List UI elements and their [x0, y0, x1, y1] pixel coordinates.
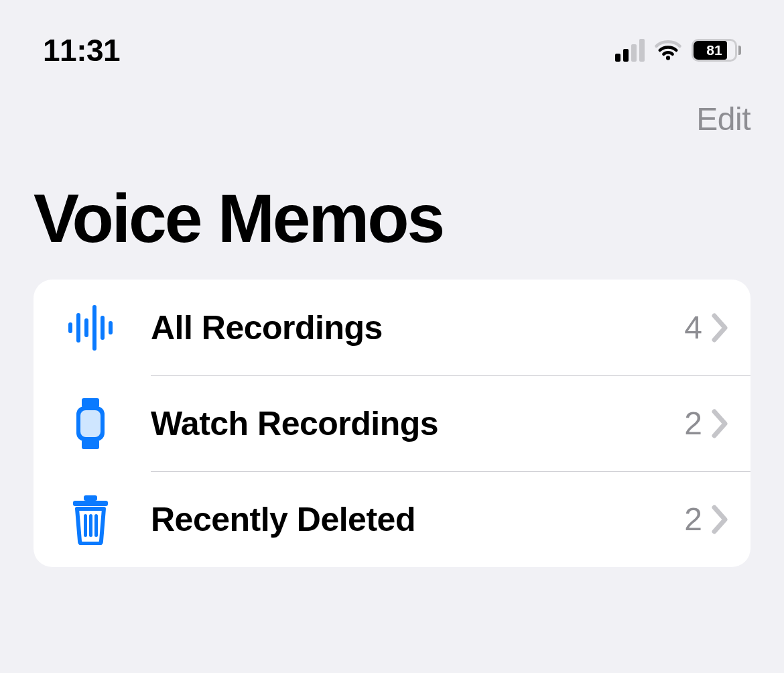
svg-rect-10: [80, 410, 101, 437]
svg-rect-13: [84, 514, 87, 537]
wifi-icon: [654, 36, 682, 64]
svg-rect-14: [89, 514, 92, 537]
svg-rect-5: [101, 316, 105, 340]
folder-list: All Recordings 4 Watch Recordings 2: [34, 280, 750, 567]
waveform-icon: [60, 304, 121, 352]
svg-rect-3: [84, 318, 88, 337]
chevron-right-icon: [710, 409, 730, 438]
watch-icon: [60, 397, 121, 450]
svg-rect-15: [94, 514, 98, 537]
trash-icon: [60, 494, 121, 545]
status-bar: 11:31 81: [0, 0, 784, 74]
chevron-right-icon: [710, 313, 730, 343]
folder-label: Recently Deleted: [151, 500, 684, 539]
status-indicators: 81: [615, 36, 741, 64]
folder-count: 2: [684, 501, 702, 538]
folder-all-recordings[interactable]: All Recordings 4: [34, 280, 750, 375]
svg-rect-6: [109, 321, 113, 334]
svg-rect-11: [73, 501, 108, 506]
svg-rect-2: [76, 313, 80, 343]
nav-bar: Edit: [0, 74, 784, 137]
svg-rect-8: [82, 440, 99, 449]
edit-button[interactable]: Edit: [696, 101, 750, 137]
folder-watch-recordings[interactable]: Watch Recordings 2: [34, 375, 750, 471]
svg-point-0: [666, 56, 670, 60]
folder-count: 2: [684, 405, 702, 442]
svg-rect-4: [92, 305, 96, 351]
svg-rect-12: [84, 495, 97, 501]
battery-indicator: 81: [692, 39, 741, 62]
chevron-right-icon: [710, 505, 730, 534]
page-title: Voice Memos: [0, 137, 784, 273]
status-time: 11:31: [43, 32, 120, 68]
svg-rect-1: [68, 322, 72, 333]
cellular-icon: [615, 39, 645, 62]
folder-recently-deleted[interactable]: Recently Deleted 2: [34, 471, 750, 567]
svg-rect-7: [82, 398, 99, 408]
folder-label: Watch Recordings: [151, 404, 684, 443]
folder-label: All Recordings: [151, 308, 684, 347]
folder-count: 4: [684, 309, 702, 346]
battery-percent: 81: [694, 41, 735, 60]
